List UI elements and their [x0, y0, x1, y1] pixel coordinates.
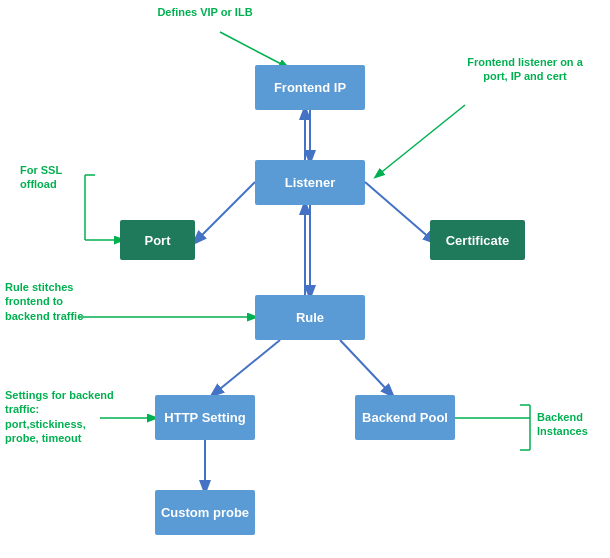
annotation-vip: Defines VIP or ILB	[155, 5, 255, 19]
svg-line-9	[365, 182, 432, 240]
diagram-container: Frontend IP Listener Port Certificate Ru…	[0, 0, 610, 558]
port-box: Port	[120, 220, 195, 260]
svg-line-11	[340, 340, 390, 393]
annotation-settings: Settings for backend traffic: port,stick…	[5, 388, 120, 445]
rule-box: Rule	[255, 295, 365, 340]
custom-probe-box: Custom probe	[155, 490, 255, 535]
annotation-frontend-listener: Frontend listener on a port, IP and cert	[460, 55, 590, 84]
frontend-ip-box: Frontend IP	[255, 65, 365, 110]
annotation-rule: Rule stitches frontend to backend traffi…	[5, 280, 85, 323]
annotation-backend-instances: Backend Instances	[537, 410, 607, 439]
svg-line-10	[215, 340, 280, 393]
listener-box: Listener	[255, 160, 365, 205]
backend-pool-box: Backend Pool	[355, 395, 455, 440]
annotation-ssl: For SSL offload	[20, 163, 85, 192]
http-setting-box: HTTP Setting	[155, 395, 255, 440]
svg-line-14	[378, 105, 465, 175]
certificate-box: Certificate	[430, 220, 525, 260]
svg-line-8	[197, 182, 255, 240]
svg-line-13	[220, 32, 285, 66]
